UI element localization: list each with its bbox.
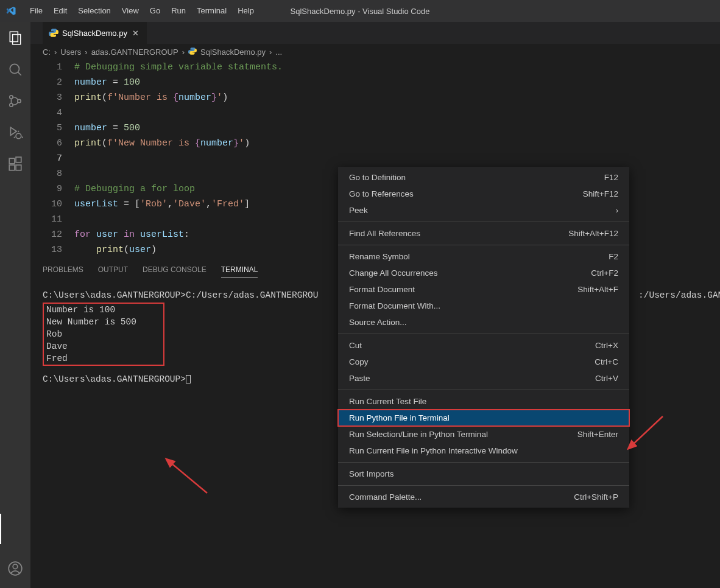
menu-item-sort-imports[interactable]: Sort Imports [338,466,629,482]
tab-filename: SqlShackDemo.py [62,29,127,38]
menu-item-peek[interactable]: Peek› [338,202,629,219]
line-number: 9 [40,181,62,197]
menu-separator [338,222,629,222]
vscode-logo-icon [5,5,17,17]
svg-point-8 [16,133,21,139]
panel-tab-problems[interactable]: PROBLEMS [43,265,83,278]
menu-item-label: Go to References [349,189,414,198]
code-line[interactable] [74,212,283,227]
breadcrumb-part[interactable]: C: [43,47,51,57]
code-line[interactable] [74,151,283,166]
breadcrumb-part[interactable]: SqlShackDemo.py [200,47,266,57]
menu-item-cut[interactable]: CutCtrl+X [338,337,629,354]
editor-context-menu: Go to DefinitionF12Go to ReferencesShift… [338,167,629,508]
menu-item-label: Format Document With... [349,301,440,310]
svg-rect-14 [16,165,21,170]
code-line[interactable]: print(user) [74,242,283,257]
menu-item-run-selection-line-in-python-terminal[interactable]: Run Selection/Line in Python TerminalShi… [338,426,629,443]
menu-item-shortcut: F12 [604,173,618,182]
line-number: 8 [40,166,62,181]
menu-item-shortcut: Ctrl+C [595,357,618,366]
menu-edit[interactable]: Edit [48,0,72,22]
code-line[interactable]: for user in userList: [74,227,283,242]
close-icon[interactable]: ✕ [131,28,141,38]
code-line[interactable]: number = 100 [74,75,283,90]
menu-item-change-all-occurrences[interactable]: Change All OccurrencesCtrl+F2 [338,265,629,281]
menu-run[interactable]: Run [166,0,191,22]
menu-item-go-to-definition[interactable]: Go to DefinitionF12 [338,169,629,186]
code-line[interactable]: print(f'Number is {number}') [74,90,283,105]
menu-item-rename-symbol[interactable]: Rename SymbolF2 [338,248,629,265]
menu-item-run-python-file-in-terminal[interactable]: Run Python File in Terminal [338,410,629,426]
menu-item-label: Source Action... [349,318,407,327]
tab-sqlshackdemo[interactable]: SqlShackDemo.py ✕ [43,22,147,44]
menu-item-go-to-references[interactable]: Go to ReferencesShift+F12 [338,186,629,202]
terminal-output-line: New Number is 500 [46,316,161,328]
menu-item-run-current-file-in-python-interactive-window[interactable]: Run Current File in Python Interactive W… [338,443,629,459]
menu-separator [338,485,629,486]
menu-item-label: Rename Symbol [349,252,410,261]
breadcrumb-part[interactable]: Users [60,47,81,57]
code-line[interactable] [74,105,283,121]
line-number: 10 [40,197,62,212]
menu-item-copy[interactable]: CopyCtrl+C [338,354,629,370]
code-line[interactable]: print(f'New Number is {number}') [74,136,283,151]
code-line[interactable]: userList = ['Rob','Dave','Fred'] [74,197,283,212]
menu-separator [338,245,629,245]
python-file-icon [49,28,58,38]
menu-item-format-document-with[interactable]: Format Document With... [338,298,629,314]
line-number-gutter: 12345678910111213 [40,60,74,257]
menu-item-label: Cut [349,341,362,350]
code-line[interactable] [74,166,283,181]
editor-tabs: SqlShackDemo.py ✕ [30,22,720,44]
menu-item-run-current-test-file[interactable]: Run Current Test File [338,393,629,410]
menu-file[interactable]: File [24,0,48,22]
search-icon[interactable] [7,61,24,78]
code-line[interactable]: number = 500 [74,121,283,136]
menu-item-shortcut: Shift+F12 [583,189,618,198]
menu-item-paste[interactable]: PasteCtrl+V [338,370,629,387]
breadcrumb-part[interactable]: adas.GANTNERGROUP [91,47,178,57]
menu-item-command-palette[interactable]: Command Palette...Ctrl+Shift+P [338,489,629,505]
run-debug-icon[interactable] [7,124,24,141]
code-line[interactable]: # Debugging a for loop [74,181,283,197]
chevron-right-icon: › [85,47,87,57]
chevron-right-icon: › [182,47,185,57]
svg-rect-0 [10,32,18,41]
menu-view[interactable]: View [116,0,144,22]
breadcrumbs[interactable]: C:›Users›adas.GANTNERGROUP›SqlShackDemo.… [30,44,720,60]
extensions-icon[interactable] [7,156,24,173]
menu-go[interactable]: Go [144,0,166,22]
svg-rect-15 [16,157,21,163]
svg-rect-1 [13,35,21,44]
code-line[interactable]: # Debugging simple variable statments. [74,60,283,75]
menu-item-format-document[interactable]: Format DocumentShift+Alt+F [338,281,629,298]
menu-item-find-all-references[interactable]: Find All ReferencesShift+Alt+F12 [338,225,629,242]
line-number: 5 [40,121,62,136]
chevron-right-icon: › [54,47,57,57]
menu-item-shortcut: Shift+Alt+F [577,285,618,294]
svg-rect-13 [9,165,15,170]
source-control-icon[interactable] [7,93,24,110]
menu-item-shortcut: F2 [609,252,618,261]
accounts-icon[interactable] [7,560,24,577]
svg-point-4 [10,96,13,99]
terminal-output-line: Number is 100 [46,304,161,316]
menu-item-label: Paste [349,374,370,383]
breadcrumb-part[interactable]: ... [275,47,282,57]
menu-help[interactable]: Help [232,0,259,22]
menu-terminal[interactable]: Terminal [191,0,232,22]
explorer-icon[interactable] [7,29,24,46]
terminal-output-line: Fred [46,352,161,365]
panel-tab-debug-console[interactable]: DEBUG CONSOLE [143,265,206,278]
code-content[interactable]: # Debugging simple variable statments.nu… [74,60,283,257]
line-number: 3 [40,90,62,105]
panel-tab-terminal[interactable]: TERMINAL [221,265,258,278]
menu-item-label: Run Current Test File [349,397,426,406]
menu-item-source-action[interactable]: Source Action... [338,314,629,331]
titlebar: FileEditSelectionViewGoRunTerminalHelp S… [0,0,720,22]
panel-tab-output[interactable]: OUTPUT [98,265,128,278]
menu-item-shortcut: Ctrl+X [595,341,618,350]
menu-selection[interactable]: Selection [72,0,116,22]
menu-item-shortcut: Ctrl+Shift+P [574,492,618,502]
